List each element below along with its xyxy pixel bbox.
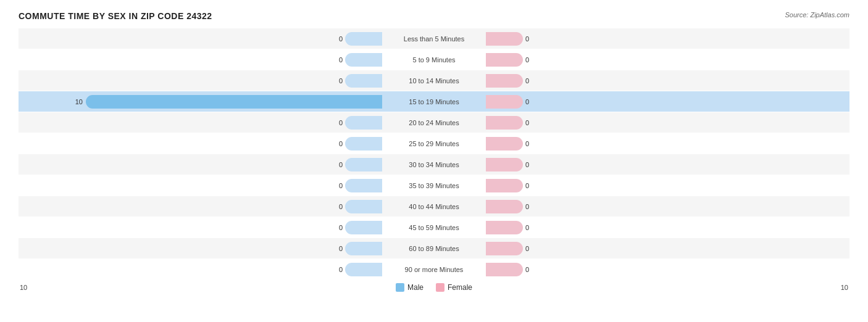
left-section: 0 [19,175,385,196]
male-bar [345,221,382,234]
legend-male-label: Male [407,283,424,292]
row-label: 5 to 9 Minutes [385,56,483,64]
bar-row: 020 to 24 Minutes0 [19,112,849,133]
bar-row: 040 to 44 Minutes0 [19,196,849,217]
row-label: 15 to 19 Minutes [385,98,483,105]
male-value: 0 [330,119,343,126]
right-section: 0 [483,238,849,258]
right-section: 0 [483,49,849,70]
bar-row: 025 to 29 Minutes0 [19,133,849,154]
row-label: 10 to 14 Minutes [385,77,483,85]
female-bar [486,179,523,192]
row-label: 45 to 59 Minutes [385,224,483,231]
legend: Male Female [27,283,841,292]
legend-male-box [396,283,404,292]
chart-source: Source: ZipAtlas.com [785,11,849,19]
right-section: 0 [483,217,849,237]
bar-row: 035 to 39 Minutes0 [19,175,849,196]
left-section: 0 [19,133,385,154]
right-section: 0 [483,91,849,112]
female-bar [486,242,523,255]
row-label: 90 or more Minutes [385,266,483,273]
left-section: 0 [19,196,385,217]
female-value: 0 [525,140,538,147]
chart-area: 0Less than 5 Minutes005 to 9 Minutes0010… [19,28,849,279]
chart-header: COMMUTE TIME BY SEX IN ZIP CODE 24322 So… [19,11,849,21]
female-bar [486,158,523,171]
left-section: 0 [19,49,385,70]
male-value: 0 [330,203,343,210]
male-value: 0 [330,140,343,147]
right-section: 0 [483,154,849,175]
male-value: 0 [330,56,343,64]
right-section: 0 [483,70,849,91]
female-value: 0 [525,245,538,252]
male-bar [345,116,382,130]
female-value: 0 [525,182,538,189]
female-bar [486,74,523,88]
row-label: Less than 5 Minutes [385,35,483,43]
female-value: 0 [525,224,538,231]
chart-container: COMMUTE TIME BY SEX IN ZIP CODE 24322 So… [0,0,868,322]
left-section: 0 [19,112,385,133]
female-bar [486,263,523,276]
male-bar [345,158,382,171]
row-label: 25 to 29 Minutes [385,140,483,147]
male-bar [345,263,382,276]
bar-row: 060 to 89 Minutes0 [19,238,849,258]
right-section: 0 [483,112,849,133]
female-value: 0 [525,161,538,168]
male-value: 0 [330,161,343,168]
female-value: 0 [525,266,538,273]
right-section: 0 [483,175,849,196]
male-bar [345,200,382,213]
female-bar [486,32,523,46]
male-bar [345,137,382,151]
axis-left-value: 10 [20,284,27,291]
chart-footer: 10 Male Female 10 [19,283,849,292]
row-label: 30 to 34 Minutes [385,161,483,168]
female-value: 0 [525,203,538,210]
female-value: 0 [525,119,538,126]
legend-female: Female [436,283,472,292]
male-value: 10 [72,98,86,105]
male-bar [86,95,382,109]
row-label: 60 to 89 Minutes [385,245,483,252]
bar-row: 1015 to 19 Minutes0 [19,91,849,112]
female-value: 0 [525,35,538,43]
axis-right-value: 10 [841,284,848,291]
bar-row: 045 to 59 Minutes0 [19,217,849,237]
legend-male: Male [396,283,424,292]
chart-title: COMMUTE TIME BY SEX IN ZIP CODE 24322 [19,11,212,21]
female-bar [486,137,523,151]
male-value: 0 [330,182,343,189]
male-bar [345,179,382,192]
female-bar [486,221,523,234]
bar-row: 0Less than 5 Minutes0 [19,28,849,49]
male-value: 0 [330,77,343,85]
bar-row: 05 to 9 Minutes0 [19,49,849,70]
female-bar [486,200,523,213]
left-section: 0 [19,154,385,175]
row-label: 35 to 39 Minutes [385,182,483,189]
female-bar [486,53,523,67]
right-section: 0 [483,259,849,279]
bar-row: 090 or more Minutes0 [19,259,849,279]
legend-female-label: Female [448,283,472,292]
male-bar [345,32,382,46]
left-section: 0 [19,259,385,279]
legend-female-box [436,283,444,292]
left-section: 0 [19,28,385,49]
left-section: 0 [19,238,385,258]
row-label: 40 to 44 Minutes [385,203,483,210]
right-section: 0 [483,196,849,217]
female-value: 0 [525,77,538,85]
right-section: 0 [483,28,849,49]
female-bar [486,95,523,109]
left-section: 0 [19,70,385,91]
male-bar [345,74,382,88]
bar-row: 010 to 14 Minutes0 [19,70,849,91]
female-value: 0 [525,56,538,64]
female-value: 0 [525,98,538,105]
male-bar [345,242,382,255]
